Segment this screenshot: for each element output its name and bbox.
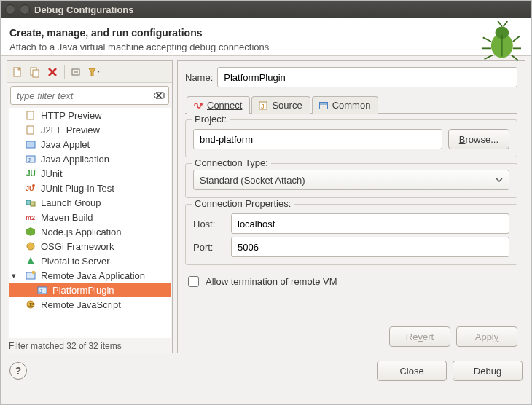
duplicate-config-button[interactable] <box>26 63 44 81</box>
tree-item[interactable]: Launch Group <box>9 195 171 210</box>
tab-source[interactable]: J Source <box>251 96 310 114</box>
connection-type-group: Connection Type: Standard (Socket Attach… <box>185 163 517 198</box>
tab-connect-label: Connect <box>207 100 242 111</box>
toolbar-separator <box>64 65 65 79</box>
browse-button[interactable]: Browse... <box>448 129 509 149</box>
debug-button[interactable]: Debug <box>453 361 523 381</box>
help-button[interactable]: ? <box>9 362 27 380</box>
tab-common-label: Common <box>332 100 371 111</box>
dialog-footer: ? Close Debug <box>1 353 531 388</box>
caret-icon: ▾ <box>12 271 16 280</box>
tree-item-label: Maven Build <box>41 212 93 223</box>
tree-item-label: Node.js Application <box>41 227 122 237</box>
header-subtitle: Attach to a Java virtual machine accepti… <box>9 42 520 52</box>
filter-menu-button[interactable] <box>85 63 103 81</box>
connection-props-label: Connection Properties: <box>192 198 294 209</box>
tree-item[interactable]: OSGi Framework <box>9 239 171 253</box>
common-icon <box>318 101 329 111</box>
chevron-down-icon <box>496 175 503 186</box>
tab-source-label: Source <box>272 100 302 111</box>
delete-config-button[interactable] <box>44 63 61 81</box>
tree-item-label: JUnit Plug-in Test <box>41 183 114 194</box>
tree-item-label: Java Application <box>41 154 109 165</box>
window-close-icon[interactable] <box>5 4 15 15</box>
header-title: Create, manage, and run configurations <box>9 27 520 39</box>
tree-item-label: OSGi Framework <box>41 241 114 252</box>
tree-item-label: HTTP Preview <box>41 110 102 121</box>
j2ee-icon <box>25 124 36 135</box>
revert-button[interactable]: Revert <box>389 326 450 347</box>
java-icon: J <box>36 284 48 296</box>
tree-item[interactable]: Pivotal tc Server <box>9 253 171 268</box>
source-icon: J <box>258 101 268 111</box>
maven-icon: m2 <box>25 211 36 223</box>
tree-item[interactable]: JJava Application <box>9 152 171 166</box>
svg-text:J: J <box>28 157 31 163</box>
debug-bug-icon <box>480 21 521 62</box>
filter-input[interactable] <box>10 86 169 105</box>
left-panel: HTTP PreviewJ2EE PreviewJava AppletJJava… <box>7 60 173 353</box>
name-input[interactable] <box>217 67 517 87</box>
tree-item[interactable]: JUJUnit <box>9 166 171 181</box>
tree-item-label: Java Applet <box>41 139 90 150</box>
host-input[interactable] <box>231 213 509 234</box>
tree-item[interactable]: JSRemote JavaScript <box>9 297 171 312</box>
svg-text:JU: JU <box>26 170 36 178</box>
name-label: Name: <box>185 72 213 83</box>
tab-common[interactable]: Common <box>312 96 379 114</box>
connection-type-label: Connection Type: <box>192 157 271 168</box>
svg-point-24 <box>32 271 36 275</box>
applet-icon <box>25 138 36 150</box>
svg-marker-21 <box>26 227 35 236</box>
tree-item[interactable]: HTTP Preview <box>9 108 171 122</box>
clear-filter-icon[interactable] <box>153 90 165 101</box>
tree-item[interactable]: ▾Remote Java Application <box>9 268 171 283</box>
tree-item[interactable]: Node.js Application <box>9 224 171 239</box>
tab-bar: Connect J Source Common <box>185 93 517 114</box>
http-icon <box>25 109 36 121</box>
svg-rect-19 <box>31 202 35 206</box>
close-button[interactable]: Close <box>377 361 447 381</box>
tree-item-label: Pivotal tc Server <box>41 256 110 267</box>
titlebar: Debug Configurations <box>1 1 531 18</box>
tree-item[interactable]: JUJUnit Plug-in Test <box>9 181 171 195</box>
tree-item[interactable]: Java Applet <box>9 137 171 152</box>
svg-rect-10 <box>27 111 34 119</box>
svg-point-29 <box>200 103 203 106</box>
new-config-button[interactable] <box>9 63 26 81</box>
connection-props-group: Connection Properties: Host: Port: <box>185 204 517 265</box>
svg-rect-7 <box>33 70 39 77</box>
right-panel: Name: Connect J Source Common <box>177 60 525 353</box>
connection-type-combo[interactable]: Standard (Socket Attach) <box>193 170 509 190</box>
tree-item-label: Launch Group <box>41 197 101 208</box>
tree-item[interactable]: JPlatformPlugin <box>9 283 171 297</box>
junit-icon: JU <box>25 168 36 179</box>
svg-rect-11 <box>27 126 34 134</box>
filter-status: Filter matched 32 of 32 items <box>7 339 172 353</box>
window-minimize-icon[interactable] <box>20 4 30 15</box>
tree-item[interactable]: m2Maven Build <box>9 210 171 224</box>
java-icon: J <box>25 153 36 165</box>
svg-rect-32 <box>319 102 327 109</box>
allow-termination-label: llow termination of remote VM <box>212 276 337 287</box>
project-input[interactable] <box>193 129 442 149</box>
window-title: Debug Configurations <box>34 4 134 15</box>
svg-text:J: J <box>261 103 265 110</box>
connect-icon <box>193 101 203 111</box>
collapse-all-button[interactable] <box>68 63 85 81</box>
tree-item[interactable]: J2EE Preview <box>9 122 171 137</box>
tree-item-label: PlatformPlugin <box>52 285 114 296</box>
project-group: Project: Browse... <box>185 119 517 157</box>
tab-connect[interactable]: Connect <box>187 96 250 114</box>
project-group-label: Project: <box>192 114 230 125</box>
tree-item-label: Remote Java Application <box>41 270 145 281</box>
allow-termination-checkbox[interactable] <box>188 276 199 287</box>
svg-text:JS: JS <box>28 302 35 307</box>
svg-line-2 <box>498 21 502 26</box>
port-input[interactable] <box>231 237 509 257</box>
config-tree[interactable]: HTTP PreviewJ2EE PreviewJava AppletJJava… <box>9 108 171 338</box>
apply-button[interactable]: Apply <box>456 326 517 347</box>
tree-item-label: Remote JavaScript <box>41 299 121 310</box>
junit-plugin-icon: JU <box>25 182 36 194</box>
svg-text:m2: m2 <box>26 214 35 221</box>
